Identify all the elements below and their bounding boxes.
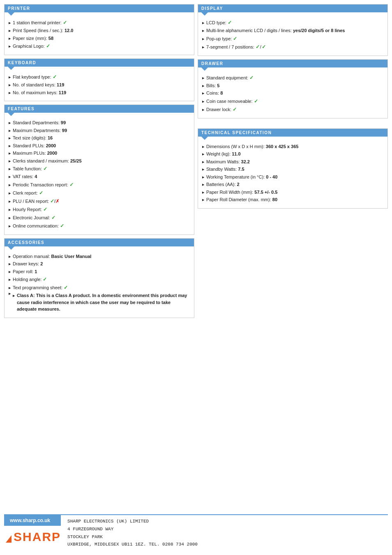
footer-left: www.sharp.co.uk SHARP	[4, 515, 61, 551]
display-body: LCD type: ✓ Multi-line alphanumeric LCD …	[198, 16, 387, 56]
col-right: DISPLAY LCD type: ✓ Multi-line alphanume…	[198, 4, 388, 502]
list-item: 1 station thermal printer: ✓	[9, 19, 190, 26]
drawer-header: DRAWER	[198, 60, 387, 67]
features-arrow	[8, 113, 14, 116]
list-item-hourly: Hourly Report: ✓	[9, 206, 190, 213]
list-item: Maximum Departments: 99	[9, 127, 190, 134]
list-item: Holding angle: ✓	[9, 276, 190, 283]
list-item: Paper Roll Width (mm): 57.5 +/- 0.5	[202, 189, 383, 196]
tech-spec-header: TECHNICAL SPECIFICATION	[198, 129, 387, 137]
list-item: Batteries (AA): 2	[202, 181, 383, 188]
printer-arrow	[8, 12, 14, 16]
list-item: Multi-line alphanumeric LCD / digits / l…	[202, 27, 383, 34]
tech-spec-body: Dimensions (W x D x H mm): 360 x 425 x 3…	[198, 140, 387, 208]
col-left: PRINTER 1 station thermal printer: ✓ Pri…	[4, 4, 194, 502]
main-content: PRINTER 1 station thermal printer: ✓ Pri…	[4, 4, 388, 502]
list-item: Coin case removeable: ✓	[202, 98, 383, 105]
list-item: Electronic Journal: ✓	[9, 214, 190, 221]
list-item: Clerk report: ✓	[9, 189, 190, 197]
list-item: Standard equipment: ✓	[202, 74, 383, 81]
list-item: Online communication: ✓	[9, 222, 190, 230]
keyboard-body: Flat keyboard type: ✓ No. of standard ke…	[5, 70, 194, 101]
list-item: No. of maximum keys: 119	[9, 89, 190, 96]
list-item: Periodic Transaction report: ✓	[9, 181, 190, 188]
features-body: Standard Departments: 99 Maximum Departm…	[5, 116, 194, 235]
list-item: VAT rates: 4	[9, 173, 190, 180]
printer-header: PRINTER	[5, 5, 194, 12]
keyboard-arrow	[8, 67, 14, 70]
features-section: FEATURES Standard Departments: 99 Maximu…	[4, 104, 194, 235]
list-item: PLU / EAN report: ✓ I ✗	[9, 197, 190, 205]
list-item: 7-segment / 7 positions: ✓ / ✓	[202, 43, 383, 51]
list-item: Coins: 8	[202, 90, 383, 97]
printer-section: PRINTER 1 station thermal printer: ✓ Pri…	[4, 4, 194, 55]
list-item: Standby Watts: 7.5	[202, 166, 383, 173]
list-item: Table function: ✓	[9, 165, 190, 172]
list-item: Operation manual: Basic User Manual	[9, 253, 190, 260]
list-item: Graphical Logo: ✓	[9, 42, 190, 50]
footer-address: SHARP ELECTRONICS (UK) LIMITED 4 FURZEGR…	[61, 515, 204, 551]
list-item: Bills: 5	[202, 82, 383, 89]
list-item: Text programming sheet: ✓	[9, 284, 190, 291]
list-item: Drawer keys: 2	[9, 260, 190, 267]
list-item: Working Temperature (in °C): 0 - 40	[202, 174, 383, 181]
drawer-body: Standard equipment: ✓ Bills: 5 Coins: 8 …	[198, 71, 387, 118]
list-item: Paper roll: 1	[9, 268, 190, 275]
list-item: No. of standard keys: 119	[9, 81, 190, 88]
keyboard-section: KEYBOARD Flat keyboard type: ✓ No. of st…	[4, 58, 194, 101]
accessories-arrow	[8, 246, 14, 250]
display-arrow	[201, 12, 208, 16]
list-item: Drawer lock: ✓	[202, 106, 383, 113]
list-item-class-a: ▶ Class A: This is a Class A product. In…	[9, 292, 190, 313]
display-header: DISPLAY	[198, 5, 387, 12]
list-item: LCD type: ✓	[202, 19, 383, 26]
list-item: Maximum PLUs: 2000	[9, 150, 190, 157]
tech-spec-arrow	[201, 137, 208, 140]
list-item: Weight (kg): 11.0	[202, 151, 383, 158]
address-line2: STOCKLEY PARK	[67, 533, 198, 541]
display-section: DISPLAY LCD type: ✓ Multi-line alphanume…	[198, 4, 388, 56]
list-item: Standard Departments: 99	[9, 119, 190, 126]
footer: www.sharp.co.uk SHARP SHARP ELECTRONICS …	[4, 514, 388, 551]
list-item: Standard PLUs: 2000	[9, 142, 190, 149]
list-item: Print Speed (lines / sec.): 12.0	[9, 27, 190, 34]
list-item: Paper Roll Diameter (max. mm): 80	[202, 196, 383, 203]
accessories-body: Operation manual: Basic User Manual Draw…	[5, 250, 194, 318]
address-line3: UXBRIDGE, MIDDLESEX UB11 1EZ. TEL. 0208 …	[67, 541, 198, 548]
list-item: Text size (digits): 16	[9, 135, 190, 142]
footer-website-box[interactable]: www.sharp.co.uk	[4, 515, 61, 526]
list-item: Dimensions (W x D x H mm): 360 x 425 x 3…	[202, 143, 383, 150]
list-item: Paper size (mm): 58	[9, 35, 190, 42]
address-line1: 4 FURZEGROUND WAY	[67, 525, 198, 533]
list-item: Maximum Watts: 32.2	[202, 158, 383, 165]
sharp-triangle-icon	[6, 535, 12, 543]
list-item: Clerks standard / maximum: 25/25	[9, 158, 190, 165]
sharp-logo-text: SHARP	[14, 530, 61, 543]
keyboard-header: KEYBOARD	[5, 59, 194, 67]
accessories-section: ACCESSORIES Operation manual: Basic User…	[4, 238, 194, 318]
spacer	[198, 122, 388, 125]
features-header: FEATURES	[5, 105, 194, 113]
website-link[interactable]: www.sharp.co.uk	[10, 518, 50, 523]
list-item: Pop-up type: ✓	[202, 35, 383, 42]
drawer-arrow	[201, 67, 208, 71]
list-item: Flat keyboard type: ✓	[9, 73, 190, 81]
accessories-header: ACCESSORIES	[5, 239, 194, 246]
tech-spec-section: TECHNICAL SPECIFICATION Dimensions (W x …	[198, 128, 388, 209]
sharp-logo: SHARP	[4, 528, 61, 544]
page: PRINTER 1 station thermal printer: ✓ Pri…	[0, 0, 392, 555]
drawer-section: DRAWER Standard equipment: ✓ Bills: 5 Co…	[198, 59, 388, 118]
printer-body: 1 station thermal printer: ✓ Print Speed…	[5, 16, 194, 55]
company-name: SHARP ELECTRONICS (UK) LIMITED	[67, 518, 198, 525]
